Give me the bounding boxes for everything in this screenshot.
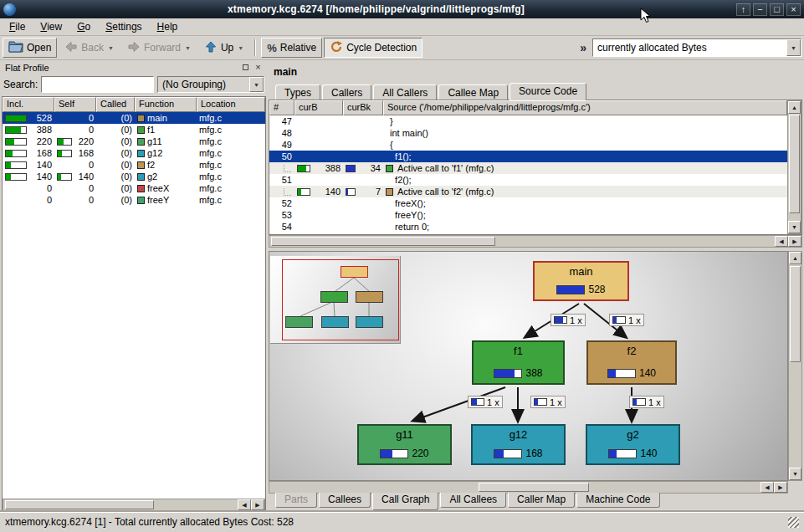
graph-vscrollbar[interactable]: ▲ ▼ [788,251,802,481]
flat-profile-row-g12[interactable]: 168168(0)g12mfg.c [3,147,265,159]
forward-dropdown-icon[interactable]: ▼ [185,45,191,51]
source-line-row[interactable]: 47} [269,115,787,127]
graph-node-main[interactable]: main528 [533,261,629,301]
menu-item-help[interactable]: Help [150,18,186,35]
graph-node-f1[interactable]: f1388 [472,340,565,385]
source-column-header-3[interactable]: Source ('/home/philippe/valgrind/littlep… [383,100,787,115]
menu-item-go[interactable]: Go [69,18,98,35]
relative-toggle-button[interactable]: % Relative [261,38,322,58]
scroll-right-button[interactable]: ▶ [774,482,787,493]
source-line-row[interactable]: 52 freeX(); [269,197,787,209]
dock-close-button[interactable]: × [252,62,264,73]
tab-machine-code[interactable]: Machine Code [576,493,659,508]
close-button[interactable]: × [786,3,801,16]
scrollbar-thumb[interactable] [789,115,800,213]
tab-caller-map[interactable]: Caller Map [508,493,575,508]
dock-titlebar[interactable]: Flat Profile × [2,60,266,74]
graph-node-g11[interactable]: g11220 [357,424,452,465]
active-call-row[interactable]: 1407Active call to 'f2' (mfg.c) [269,186,787,197]
menu-item-file[interactable]: File [2,18,33,35]
source-line-row[interactable]: 49{ [269,139,787,151]
scroll-down-button[interactable]: ▼ [788,221,801,233]
source-hscrollbar[interactable]: ◀ ▶ [269,235,802,248]
location-value: mfg.c [199,171,222,182]
graph-canvas[interactable]: main528f1388f2140g11220g12168g21401 x1 x… [269,251,788,481]
dock-float-button[interactable] [239,62,252,73]
column-header-function[interactable]: Function [135,97,197,112]
graph-node-g2[interactable]: g2140 [586,424,680,465]
up-button[interactable]: Up ▼ [198,38,249,58]
scrollbar-thumb[interactable] [271,237,495,246]
tab-call-graph[interactable]: Call Graph [372,493,438,510]
tab-callee-map[interactable]: Callee Map [438,84,508,100]
flat-profile-row-freeY[interactable]: 00(0)freeYmfg.c [3,194,265,206]
forward-button[interactable]: Forward ▼ [121,38,197,58]
flat-profile-row-freeX[interactable]: 00(0)freeXmfg.c [3,182,265,194]
column-header-self[interactable]: Self [54,97,96,112]
tab-callees[interactable]: Callees [319,493,371,508]
titlebar[interactable]: xtmemory.kcg.6274 [/home/philippe/valgri… [0,0,804,18]
scroll-right-button[interactable]: ▶ [251,499,264,510]
scrollbar-thumb[interactable] [790,266,801,362]
scrollbar-thumb[interactable] [479,483,589,492]
source-column-header-2[interactable]: curBk [343,100,383,115]
graph-node-f2[interactable]: f2140 [586,340,677,385]
scrollbar-track[interactable] [788,114,801,221]
scrollbar-thumb[interactable] [5,500,154,509]
toolbar-overflow-button[interactable]: » [576,41,591,54]
tab-all-callees[interactable]: All Callees [440,493,506,508]
scroll-up-button[interactable]: ▲ [788,101,801,114]
tab-all-callers[interactable]: All Callers [373,84,437,100]
source-line-row[interactable]: 50 f1(); [269,151,787,162]
scroll-down-button[interactable]: ▼ [789,468,801,480]
menu-item-settings[interactable]: Settings [98,18,149,35]
function-name: g12 [147,148,162,159]
column-header-location[interactable]: Location [197,97,265,112]
scroll-left-button[interactable]: ◀ [775,236,788,247]
scroll-right-button[interactable]: ▶ [788,236,801,247]
source-column-header-0[interactable]: # [269,100,294,115]
tab-source-code[interactable]: Source Code [510,83,586,100]
flat-profile-row-g2[interactable]: 140140(0)g2mfg.c [3,171,265,182]
flat-profile-row-f2[interactable]: 1400(0)f2mfg.c [3,159,265,171]
active-call-row[interactable]: 38834Active call to 'f1' (mfg.c) [269,162,787,174]
grouping-combobox[interactable]: (No Grouping) ▼ [157,76,264,93]
scroll-left-button[interactable]: ◀ [238,499,251,510]
tab-types[interactable]: Types [275,84,320,100]
tab-parts[interactable]: Parts [275,493,317,508]
source-line-row[interactable]: 53 freeY(); [269,209,787,221]
graph-node-g12[interactable]: g12168 [471,424,566,465]
flat-profile-hscrollbar[interactable]: ◀ ▶ [3,499,265,511]
back-button[interactable]: Back ▼ [59,38,120,58]
cycle-detection-button[interactable]: Cycle Detection [324,38,422,58]
up-dropdown-icon[interactable]: ▼ [238,45,243,51]
cost-bar [494,449,522,458]
combo-dropdown-icon[interactable]: ▼ [249,77,264,92]
shade-button[interactable]: ↑ [736,3,750,16]
resize-grip[interactable] [788,517,799,528]
maximize-button[interactable]: □ [770,3,784,16]
search-input[interactable] [41,76,154,93]
graph-hscrollbar[interactable]: ◀ ▶ [269,481,788,494]
source-line-row[interactable]: 54 return 0; [269,221,787,233]
combo-dropdown-icon[interactable]: ▼ [786,39,801,56]
scroll-left-button[interactable]: ◀ [760,482,774,493]
source-line-row[interactable]: 48int main() [269,127,787,139]
source-column-header-1[interactable]: curB [294,100,343,115]
flat-profile-row-g11[interactable]: 220220(0)g11mfg.c [3,136,265,147]
source-line-row[interactable]: 51 f2(); [269,174,787,186]
app-window: xtmemory.kcg.6274 [/home/philippe/valgri… [0,0,804,532]
minimize-button[interactable]: − [753,3,767,16]
source-vscrollbar[interactable]: ▲ ▼ [787,100,801,234]
back-dropdown-icon[interactable]: ▼ [108,45,114,51]
flat-profile-row-main[interactable]: 5280(0)mainmfg.c [3,112,265,124]
column-header-called[interactable]: Called [96,97,135,112]
open-button[interactable]: Open [3,38,57,58]
column-header-incl[interactable]: Incl. [3,97,54,112]
flat-profile-row-f1[interactable]: 3880(0)f1mfg.c [3,124,265,136]
scrollbar-track[interactable] [789,264,801,468]
tab-callers[interactable]: Callers [322,84,371,100]
event-type-combobox[interactable]: currently allocated Bytes ▼ [592,38,801,57]
menu-item-view[interactable]: View [33,18,69,35]
scroll-up-button[interactable]: ▲ [789,252,801,264]
